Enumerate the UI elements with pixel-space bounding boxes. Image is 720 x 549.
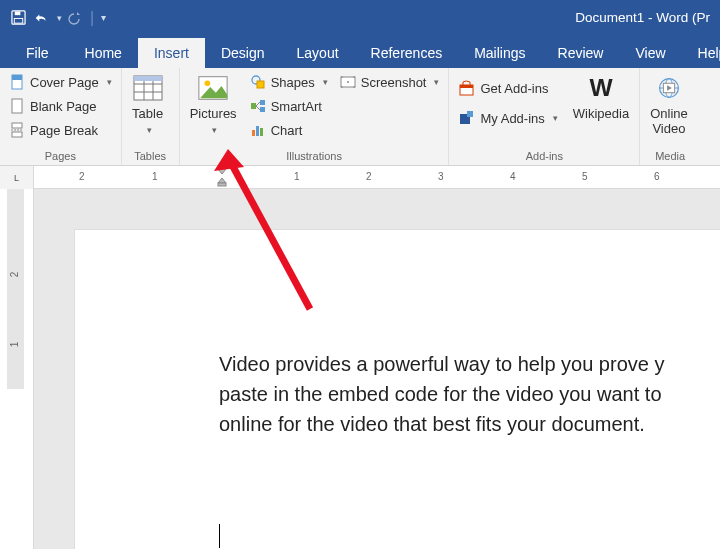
svg-rect-5 — [12, 75, 22, 80]
cover-page-button[interactable]: Cover Page ▾ — [4, 70, 117, 94]
svg-rect-26 — [256, 126, 259, 136]
online-video-button[interactable]: Online Video — [644, 70, 694, 146]
redo-button[interactable] — [62, 4, 86, 32]
screenshot-button[interactable]: Screenshot ▾ — [335, 70, 445, 94]
chevron-down-icon: ▾ — [323, 77, 328, 87]
screenshot-label: Screenshot — [361, 75, 427, 90]
page-break-icon — [9, 122, 25, 138]
my-addins-button[interactable]: My Add-ins ▾ — [453, 106, 562, 130]
blank-page-icon — [9, 98, 25, 114]
ribbon: Cover Page ▾ Blank Page Page Break Pages — [0, 68, 720, 166]
tab-design[interactable]: Design — [205, 38, 281, 68]
online-video-icon — [653, 72, 685, 104]
tab-help[interactable]: Help — [682, 38, 720, 68]
pictures-button[interactable]: Pictures▾ — [184, 70, 243, 146]
svg-text:W: W — [589, 74, 613, 101]
shapes-label: Shapes — [271, 75, 315, 90]
ruler-row: L 2 1 1 2 3 4 5 6 — [0, 166, 720, 189]
indent-marker-icon[interactable] — [216, 166, 232, 188]
svg-rect-6 — [12, 99, 22, 113]
screenshot-icon — [340, 74, 356, 90]
svg-rect-31 — [460, 85, 473, 88]
tab-layout[interactable]: Layout — [281, 38, 355, 68]
vertical-ruler[interactable]: 2 1 — [0, 189, 34, 549]
svg-rect-21 — [260, 100, 265, 105]
svg-rect-15 — [134, 76, 162, 81]
tab-view[interactable]: View — [619, 38, 681, 68]
group-addins-label: Add-ins — [453, 148, 635, 165]
text-line: online for the video that best fits your… — [219, 409, 720, 439]
ruler-tick: 4 — [510, 171, 516, 182]
chevron-down-icon: ▾ — [553, 113, 558, 123]
svg-rect-8 — [12, 132, 22, 137]
blank-page-button[interactable]: Blank Page — [4, 94, 117, 118]
wikipedia-button[interactable]: W Wikipedia — [567, 70, 635, 146]
store-icon — [458, 80, 475, 97]
smartart-button[interactable]: SmartArt — [245, 94, 333, 118]
group-addins: Get Add-ins My Add-ins ▾ W Wikipedia Add… — [449, 68, 640, 165]
ruler-tick: 5 — [582, 171, 588, 182]
my-addins-label: My Add-ins — [480, 111, 544, 126]
svg-rect-33 — [467, 111, 473, 117]
smartart-label: SmartArt — [271, 99, 322, 114]
tab-home[interactable]: Home — [69, 38, 138, 68]
tab-references[interactable]: References — [355, 38, 459, 68]
ruler-tick: 2 — [366, 171, 372, 182]
text-line: Video provides a powerful way to help yo… — [219, 349, 720, 379]
group-pages: Cover Page ▾ Blank Page Page Break Pages — [0, 68, 122, 165]
tab-file[interactable]: File — [6, 38, 69, 68]
chart-button[interactable]: Chart — [245, 118, 333, 142]
text-cursor — [219, 524, 220, 548]
text-line: paste in the embed code for the video yo… — [219, 379, 720, 409]
table-button[interactable]: Table▾ — [126, 70, 170, 146]
ruler-tick: 1 — [294, 171, 300, 182]
page-break-label: Page Break — [30, 123, 98, 138]
tab-mailings[interactable]: Mailings — [458, 38, 541, 68]
addins-icon — [458, 110, 475, 127]
get-addins-button[interactable]: Get Add-ins — [453, 76, 562, 100]
ruler-tick: 1 — [9, 342, 20, 348]
document-canvas[interactable]: Video provides a powerful way to help yo… — [34, 189, 720, 549]
svg-rect-27 — [260, 128, 263, 136]
title-bar: ▾ | ▾ Document1 - Word (Pr — [0, 0, 720, 35]
page-break-button[interactable]: Page Break — [4, 118, 117, 142]
group-illustrations: Pictures▾ Shapes ▾ SmartArt Chart — [180, 68, 450, 165]
chevron-down-icon: ▾ — [107, 77, 112, 87]
svg-point-29 — [347, 81, 349, 83]
online-video-label: Online Video — [650, 106, 688, 136]
table-label: Table — [132, 106, 163, 121]
ruler-tick: 6 — [654, 171, 660, 182]
chevron-down-icon: ▾ — [434, 77, 439, 87]
ruler-corner: L — [0, 166, 34, 189]
wikipedia-label: Wikipedia — [573, 106, 629, 121]
svg-rect-22 — [260, 107, 265, 112]
save-button[interactable] — [6, 4, 30, 32]
table-icon — [132, 72, 164, 104]
chevron-down-icon: ▾ — [147, 125, 152, 135]
group-illustrations-label: Illustrations — [184, 148, 445, 165]
group-media-label: Media — [644, 148, 696, 165]
cover-page-label: Cover Page — [30, 75, 99, 90]
shapes-button[interactable]: Shapes ▾ — [245, 70, 333, 94]
group-tables-label: Tables — [126, 148, 175, 165]
tab-review[interactable]: Review — [542, 38, 620, 68]
horizontal-ruler[interactable]: 2 1 1 2 3 4 5 6 — [34, 166, 720, 188]
qat-customize-icon[interactable]: ▾ — [101, 12, 106, 23]
undo-button[interactable] — [30, 4, 54, 32]
chart-label: Chart — [271, 123, 303, 138]
ruler-tick: 1 — [152, 171, 158, 182]
group-pages-label: Pages — [4, 148, 117, 165]
work-area: 2 1 Video provides a powerful way to hel… — [0, 189, 720, 549]
quick-access-toolbar: ▾ | ▾ — [6, 4, 106, 32]
svg-rect-20 — [251, 103, 256, 109]
svg-rect-1 — [14, 11, 20, 15]
get-addins-label: Get Add-ins — [480, 81, 548, 96]
blank-page-label: Blank Page — [30, 99, 97, 114]
qat-separator: | — [90, 9, 94, 27]
svg-line-23 — [256, 102, 260, 106]
document-body-text[interactable]: Video provides a powerful way to help yo… — [219, 349, 720, 439]
tab-insert[interactable]: Insert — [138, 38, 205, 68]
document-title: Document1 - Word (Pr — [575, 10, 710, 25]
smartart-icon — [250, 98, 266, 114]
ruler-tick: 3 — [438, 171, 444, 182]
